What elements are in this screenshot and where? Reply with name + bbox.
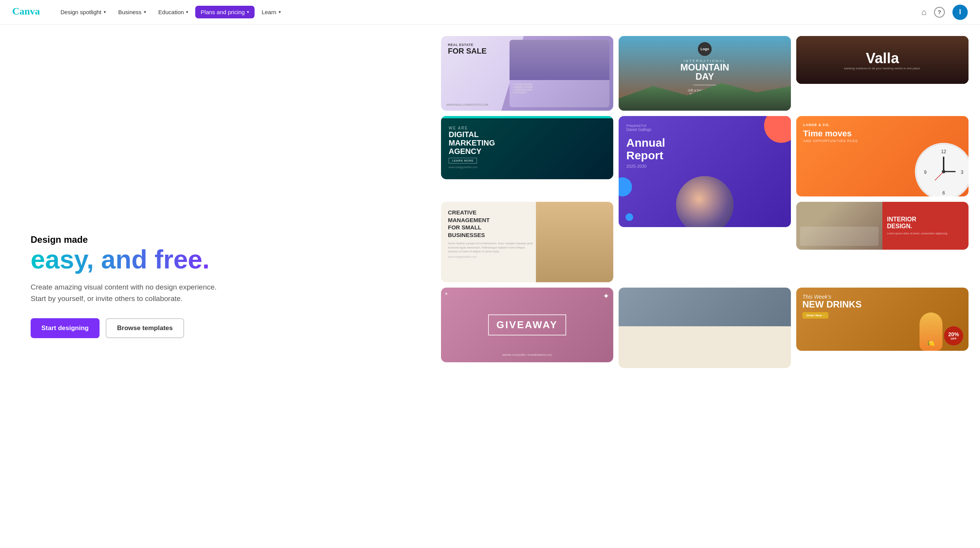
template-card-giveaway[interactable]: ✦ ✦ GIVEAWAY website.com/profile • email… bbox=[441, 288, 613, 362]
nav-right: ⌂ ? I bbox=[921, 5, 968, 20]
hero-section: Design made easy, and free. Create amazi… bbox=[0, 25, 980, 548]
svg-text:Canva: Canva bbox=[12, 6, 40, 17]
chevron-down-icon: ▾ bbox=[144, 10, 146, 15]
template-grid: • LIVING ROOM• DINING ROOM• 3 BEDROOMS• … bbox=[441, 25, 980, 548]
template-card-valla[interactable]: Valla banking solutions to all your bank… bbox=[796, 36, 969, 84]
home-icon[interactable]: ⌂ bbox=[921, 7, 926, 17]
svg-point-9 bbox=[942, 170, 946, 173]
template-card-annual[interactable]: Prepared For Daniel Gallego AnnualReport… bbox=[619, 116, 791, 227]
template-card-realestate[interactable]: • LIVING ROOM• DINING ROOM• 3 BEDROOMS• … bbox=[441, 36, 613, 111]
template-card-drinks[interactable]: This Week's NEW DRINKS Order Now › 🍋 20%… bbox=[796, 288, 969, 351]
canva-logo[interactable]: Canva bbox=[12, 6, 43, 18]
help-icon[interactable]: ? bbox=[934, 7, 945, 18]
template-card-time[interactable]: LANGE & CO. Time moves AND OPPORTUNITIES… bbox=[796, 116, 969, 196]
user-avatar[interactable]: I bbox=[952, 5, 968, 20]
svg-text:12: 12 bbox=[941, 149, 946, 154]
svg-text:6: 6 bbox=[942, 190, 945, 196]
chevron-down-icon: ▾ bbox=[279, 10, 281, 15]
hero-subtitle: Create amazing visual content with no de… bbox=[31, 281, 222, 305]
chevron-down-icon: ▾ bbox=[104, 10, 106, 15]
navbar: Canva Design spotlight ▾ Business ▾ Educ… bbox=[0, 0, 980, 25]
logo-circle: Logo bbox=[698, 42, 712, 56]
chevron-down-icon: ▾ bbox=[186, 10, 188, 15]
template-card-interior[interactable]: INTERIORDESIGN. Lorem ipsum dolor sit am… bbox=[796, 202, 969, 250]
nav-education[interactable]: Education ▾ bbox=[153, 6, 194, 18]
svg-text:3: 3 bbox=[961, 170, 964, 175]
nav-learn[interactable]: Learn ▾ bbox=[256, 6, 286, 18]
nav-design-spotlight[interactable]: Design spotlight ▾ bbox=[55, 6, 111, 18]
template-card-mountain[interactable]: Logo INTERNATIONAL MOUNTAIN DAY ••••••••… bbox=[619, 36, 791, 111]
chevron-down-icon: ▾ bbox=[247, 10, 249, 15]
hero-content: Design made easy, and free. Create amazi… bbox=[31, 234, 222, 339]
template-card-creative[interactable]: CREATIVEMANAGEMENTFOR SMALLBUSINESSES Do… bbox=[441, 202, 613, 282]
hero-title: Design made easy, and free. bbox=[31, 234, 222, 274]
template-card-agency[interactable]: WE ARE DIGITALMARKETINGAGENCY LEARN MORE… bbox=[441, 116, 613, 179]
hero-buttons: Start designing Browse templates bbox=[31, 318, 222, 338]
nav-items: Design spotlight ▾ Business ▾ Education … bbox=[55, 6, 921, 18]
template-card-listed[interactable]: JUST LISTED 123 Dial St., MahoganyVillag… bbox=[619, 288, 791, 368]
start-designing-button[interactable]: Start designing bbox=[31, 318, 100, 338]
nav-business[interactable]: Business ▾ bbox=[113, 6, 152, 18]
nav-plans-pricing[interactable]: Plans and pricing ▾ bbox=[195, 6, 255, 18]
browse-templates-button[interactable]: Browse templates bbox=[106, 318, 185, 338]
svg-text:9: 9 bbox=[924, 170, 927, 175]
